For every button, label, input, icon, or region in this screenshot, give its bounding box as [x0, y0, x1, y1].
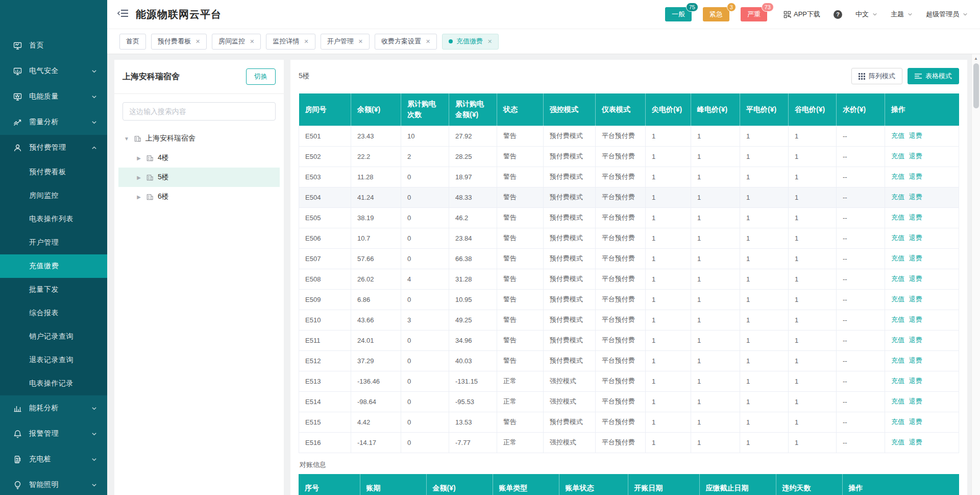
- action-link-充值[interactable]: 充值: [891, 336, 904, 344]
- scroll-up-arrow[interactable]: ▲: [972, 54, 980, 62]
- vertical-scrollbar[interactable]: ▲: [971, 54, 980, 495]
- action-link-退费[interactable]: 退费: [909, 173, 922, 180]
- action-link-充值[interactable]: 充值: [891, 254, 904, 262]
- action-link-退费[interactable]: 退费: [909, 295, 922, 303]
- sidebar-group-4: 预付费管理预付费看板房间监控电表操作列表开户管理充值缴费批量下发综合报表销户记录…: [0, 135, 107, 395]
- action-link-充值[interactable]: 充值: [891, 173, 904, 180]
- action-link-充值[interactable]: 充值: [891, 316, 904, 323]
- sidebar-subitem[interactable]: 综合报表: [0, 301, 107, 325]
- sidebar-subitem[interactable]: 充值缴费: [0, 254, 107, 278]
- table-cell: 38.19: [351, 207, 401, 228]
- sidebar-item-3[interactable]: 需量分析: [0, 109, 107, 135]
- action-link-充值[interactable]: 充值: [891, 132, 904, 139]
- theme-select[interactable]: 主题: [891, 10, 913, 19]
- table-cell: 1: [691, 350, 740, 371]
- sidebar-subitem[interactable]: 电表操作记录: [0, 372, 107, 395]
- tree-node-root[interactable]: ▼上海安科瑞宿舍: [118, 129, 280, 148]
- sidebar-item-8[interactable]: 智能照明: [0, 472, 107, 495]
- language-select[interactable]: 中文: [855, 10, 877, 19]
- sidebar-subitem[interactable]: 退表记录查询: [0, 348, 107, 372]
- table-cell: 37.29: [351, 350, 401, 371]
- sidebar-item-6[interactable]: 报警管理: [0, 421, 107, 446]
- close-icon[interactable]: ✕: [195, 38, 200, 45]
- action-link-退费[interactable]: 退费: [909, 418, 922, 426]
- action-link-退费[interactable]: 退费: [909, 193, 922, 201]
- alarm-badge-一般[interactable]: 一般75: [665, 7, 692, 21]
- tab-监控详情[interactable]: 监控详情✕: [266, 34, 315, 50]
- tab-预付费看板[interactable]: 预付费看板✕: [151, 34, 207, 50]
- action-link-退费[interactable]: 退费: [909, 132, 922, 139]
- switch-button[interactable]: 切换: [246, 68, 276, 85]
- action-link-退费[interactable]: 退费: [909, 377, 922, 385]
- alarm-badge-严重[interactable]: 严重73: [741, 7, 767, 21]
- action-link-充值[interactable]: 充值: [891, 193, 904, 201]
- close-icon[interactable]: ✕: [487, 38, 492, 45]
- grid-mode-button[interactable]: 阵列模式: [851, 68, 902, 84]
- action-link-充值[interactable]: 充值: [891, 438, 904, 446]
- action-link-充值[interactable]: 充值: [891, 152, 904, 160]
- user-menu[interactable]: 超级管理员: [926, 10, 968, 19]
- column-header: 账期: [360, 474, 426, 495]
- table-mode-button[interactable]: 表格模式: [908, 68, 959, 84]
- sidebar-item-2[interactable]: 电能质量: [0, 84, 107, 109]
- sidebar-subitem[interactable]: 开户管理: [0, 231, 107, 254]
- action-link-退费[interactable]: 退费: [909, 357, 922, 364]
- action-link-退费[interactable]: 退费: [909, 254, 922, 262]
- action-link-退费[interactable]: 退费: [909, 397, 922, 405]
- close-icon[interactable]: ✕: [426, 38, 430, 45]
- sidebar-item-4[interactable]: 预付费管理: [0, 135, 107, 160]
- table-cell: 0: [401, 167, 449, 187]
- action-link-充值[interactable]: 充值: [891, 275, 904, 282]
- action-link-退费[interactable]: 退费: [909, 152, 922, 160]
- column-header: 违约天数: [776, 474, 842, 495]
- action-link-退费[interactable]: 退费: [909, 438, 922, 446]
- table-cell: 0: [401, 371, 449, 391]
- sidebar-item-1[interactable]: 电气安全: [0, 58, 107, 84]
- action-link-充值[interactable]: 充值: [891, 357, 904, 364]
- tree-node-6楼[interactable]: ▶6楼: [118, 187, 280, 206]
- action-link-充值[interactable]: 充值: [891, 234, 904, 242]
- action-link-充值[interactable]: 充值: [891, 214, 904, 221]
- alarm-count: 73: [762, 3, 774, 12]
- table-row: E516-14.170-7.77正常强控模式平台预付费1111--充值退费: [299, 432, 959, 453]
- close-icon[interactable]: ✕: [304, 38, 308, 45]
- action-link-退费[interactable]: 退费: [909, 234, 922, 242]
- tab-充值缴费[interactable]: 充值缴费✕: [442, 34, 499, 50]
- sidebar-subitem[interactable]: 批量下发: [0, 278, 107, 301]
- tab-开户管理[interactable]: 开户管理✕: [321, 34, 370, 50]
- sidebar-item-7[interactable]: 充电桩: [0, 446, 107, 472]
- caret-right-icon[interactable]: ▶: [136, 194, 142, 200]
- action-link-充值[interactable]: 充值: [891, 295, 904, 303]
- tree-node-5楼[interactable]: ▶5楼: [118, 168, 280, 187]
- action-link-充值[interactable]: 充值: [891, 418, 904, 426]
- tab-首页[interactable]: 首页: [119, 34, 146, 50]
- action-link-退费[interactable]: 退费: [909, 214, 922, 221]
- sidebar-subitem[interactable]: 预付费看板: [0, 160, 107, 184]
- tree-node-4楼[interactable]: ▶4楼: [118, 148, 280, 168]
- scrollbar-thumb[interactable]: [973, 63, 979, 108]
- close-icon[interactable]: ✕: [358, 38, 363, 45]
- caret-right-icon[interactable]: ▶: [136, 155, 142, 161]
- action-link-退费[interactable]: 退费: [909, 336, 922, 344]
- tab-房间监控[interactable]: 房间监控✕: [212, 34, 261, 50]
- sidebar-item-5[interactable]: 能耗分析: [0, 395, 107, 421]
- app-download-button[interactable]: APP下载: [783, 10, 820, 19]
- action-link-充值[interactable]: 充值: [891, 397, 904, 405]
- alarm-badge-紧急[interactable]: 紧急3: [703, 7, 729, 21]
- table-cell: 警告: [497, 228, 544, 248]
- caret-right-icon[interactable]: ▶: [136, 175, 142, 180]
- table-cell: 1: [740, 371, 789, 391]
- action-link-退费[interactable]: 退费: [909, 275, 922, 282]
- close-icon[interactable]: ✕: [250, 38, 254, 45]
- help-icon[interactable]: ?: [834, 10, 842, 19]
- collapse-menu-icon[interactable]: [117, 9, 129, 20]
- tab-收费方案设置[interactable]: 收费方案设置✕: [375, 34, 437, 50]
- sidebar-subitem[interactable]: 房间监控: [0, 184, 107, 207]
- sidebar-subitem[interactable]: 电表操作列表: [0, 207, 107, 231]
- tree-search-input[interactable]: [122, 102, 276, 121]
- sidebar-subitem[interactable]: 销户记录查询: [0, 325, 107, 348]
- action-link-充值[interactable]: 充值: [891, 377, 904, 385]
- sidebar-item-0[interactable]: 首页: [0, 33, 107, 58]
- action-link-退费[interactable]: 退费: [909, 316, 922, 323]
- caret-down-icon[interactable]: ▼: [124, 136, 130, 142]
